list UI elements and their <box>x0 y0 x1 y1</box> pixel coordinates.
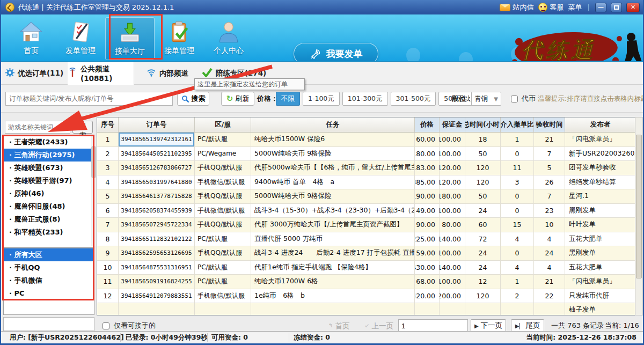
maximize-button[interactable] <box>611 3 622 12</box>
table-row[interactable]: 839418565112832102122PC/默认服直播代肝 5000 万纯币… <box>97 232 636 247</box>
table-row[interactable]: 439418565031997641880手机微信/默认服9400w纯币 首单 … <box>97 175 636 190</box>
tab-preferred-orders[interactable]: 优选订单(11) <box>1 62 68 85</box>
price-option-2[interactable]: 101-300元 <box>342 92 388 106</box>
first-page-button[interactable]: ↰首页 <box>328 319 349 332</box>
deposit <box>440 303 465 315</box>
total-records-text: 一共 763 条记录 <box>551 319 604 332</box>
price-option-0[interactable]: 不限 <box>276 92 300 106</box>
table-row[interactable]: 539418564613778715828手机QQ/默认服5000W纯哈夫币 9… <box>97 189 636 204</box>
total-hours <box>465 303 501 315</box>
column-header-publisher[interactable]: 发布者 <box>565 118 636 132</box>
minimize-button[interactable]: — <box>595 3 606 12</box>
column-header-order-id[interactable]: 订单号 <box>119 118 195 132</box>
last-page-button[interactable]: ▶▏尾页 <box>511 319 544 332</box>
server: 手机QQ/默认服 <box>195 218 251 232</box>
only-available-checkbox[interactable] <box>103 322 109 329</box>
menu-button[interactable]: 菜单 <box>568 3 582 12</box>
first-page-icon: ↰ <box>328 319 333 332</box>
nav-item-label: 首页 <box>24 46 39 56</box>
table-row[interactable]: 139418565139742312161PC/默认服纯哈夫币1500W 保险6… <box>97 133 636 147</box>
customer-service-button[interactable]: 客服 <box>538 3 564 12</box>
game-item-peace-elite[interactable]: 和平精英(233) <box>4 226 94 239</box>
task: 代肝1e纯币 指定手机端跑 【保险4格】 <box>251 261 415 275</box>
tab-label: 优选订单(11) <box>18 69 63 78</box>
game-item-clipped[interactable]: ⋯ <box>4 239 94 244</box>
smiley-icon <box>538 3 547 12</box>
server: 手机QQ/默认服 <box>195 161 251 175</box>
deposit: 100.00 <box>440 133 465 146</box>
region-item-pc[interactable]: PC <box>4 287 94 300</box>
column-header-price[interactable]: 价格 <box>415 118 440 132</box>
game-item-wow-retail[interactable]: 魔兽正式服(8) <box>4 213 94 226</box>
game-item-wow-classic[interactable]: 魔兽怀旧服(48) <box>4 200 94 213</box>
table-row[interactable]: 1039418564875531316951PC/默认服代肝1e纯币 指定手机端… <box>97 261 636 275</box>
intervene-ratio: 0 <box>501 204 534 218</box>
tab-internal-channel[interactable]: 内部频道 <box>134 62 201 85</box>
only-available-checkbox-row[interactable]: 仅看可接手的 <box>100 319 156 332</box>
column-header-server[interactable]: 区/服 <box>195 118 251 132</box>
price-option-1[interactable]: 1-100元 <box>303 92 340 106</box>
game-list-scrollbar[interactable] <box>91 136 96 246</box>
lantern-decoration <box>406 48 420 62</box>
game-item-honor-of-kings[interactable]: 王者荣耀(2433) <box>4 136 94 149</box>
customer-service-label: 客服 <box>550 3 564 12</box>
order-search-button[interactable]: 搜索 <box>177 92 209 106</box>
table-row[interactable]: 1239418564912079883551手机微信/默认服1e纯币 6格 b4… <box>97 289 636 304</box>
table-row[interactable]: 339418565126783866727手机QQ/默认服代肝5000w哈夫币【… <box>97 161 636 175</box>
next-page-button[interactable]: ▶下一页 <box>471 319 506 332</box>
column-header-task[interactable]: 任务 <box>251 118 415 132</box>
table-scroll-thumb[interactable] <box>636 135 642 278</box>
rank-dropdown[interactable]: 青铜 ▼ <box>471 92 501 106</box>
row-no: 2 <box>97 147 119 161</box>
token-checkbox-row[interactable]: 代币 <box>509 92 536 106</box>
table-row[interactable]: 239418564450521102395PC/Wegame5000W纯哈夫币 … <box>97 147 636 162</box>
region-item-mobile-wechat[interactable]: 手机微信 <box>4 274 94 287</box>
task: 代肝 3000万纯哈夫币【/上传首尾主页资产截图】 <box>251 218 415 232</box>
site-mail-button[interactable]: 站内信 <box>500 3 534 12</box>
region-item-mobile-qq[interactable]: 手机QQ <box>4 261 94 274</box>
status-available-funds: 可用资金: 0 <box>211 333 248 342</box>
accept-time: 4 <box>534 261 565 275</box>
order-search-input[interactable] <box>5 92 173 106</box>
nav-item-home[interactable]: 首页 <box>6 17 56 60</box>
game-search-input[interactable] <box>5 121 70 134</box>
column-header-deposit[interactable]: 保证金 <box>440 118 465 132</box>
page-number-input[interactable] <box>398 319 468 332</box>
next-page-label: 下一页 <box>481 321 503 331</box>
nav-item-dispatch-manage[interactable]: 发单管理 <box>56 17 105 60</box>
status-divider <box>207 333 208 342</box>
game-item-genshin[interactable]: 原神(46) <box>4 187 94 200</box>
column-header-row-no[interactable]: 序号 <box>97 118 119 132</box>
price-option-3[interactable]: 301-500元 <box>391 92 436 106</box>
envelope-icon <box>500 4 510 11</box>
home-icon <box>19 18 43 46</box>
game-list-scroll-thumb[interactable] <box>91 146 96 178</box>
game-item-lol-mobile[interactable]: 英雄联盟手游(97) <box>4 174 94 187</box>
column-header-total-hours[interactable]: 总时间(小时) <box>465 118 501 132</box>
column-header-accept-time[interactable]: 验收时间 <box>534 118 565 132</box>
table-scrollbar[interactable] <box>635 117 643 315</box>
close-button[interactable]: ✕ <box>626 3 640 12</box>
nav-item-profile[interactable]: 个人中心 <box>204 17 253 60</box>
table-row[interactable]: 1139418565091916824255PC/默认服纯哈夫币1700W 6格… <box>97 275 636 289</box>
game-search-button[interactable]: 搜索 <box>72 121 93 134</box>
prev-page-button[interactable]: ↙上一页 <box>365 319 393 332</box>
column-header-intervene-ratio[interactable]: 介入撤单比 <box>501 118 534 132</box>
region-item-all-regions[interactable]: 所有大区 <box>4 248 94 261</box>
nav-item-order-hall[interactable]: 接单大厅 <box>105 17 155 60</box>
token-checkbox[interactable] <box>511 96 518 102</box>
publish-order-button[interactable]: 我要发单 <box>294 43 378 62</box>
filterbar: 搜索 ↻ 刷新 价格： 不限1-100元101-300元301-500元500元… <box>1 85 643 113</box>
price: 183.00 <box>415 161 440 175</box>
total-hours: 72 <box>465 232 501 246</box>
table-row[interactable]: 639418562058374455939手机微信/默认服战斗3-4（15-30… <box>97 204 636 218</box>
refresh-button[interactable]: ↻ 刷新 <box>221 92 254 106</box>
table-row[interactable]: 739418565072945722334手机QQ/默认服代肝 3000万纯哈夫… <box>97 218 636 232</box>
tab-public-channel[interactable]: 公共频道(10881) <box>68 62 134 85</box>
table-row[interactable]: 939418562595653126695手机QQ/默认服战斗3-4 进度24 … <box>97 246 636 261</box>
accept-time: 10 <box>534 218 565 232</box>
game-item-league-of-legends[interactable]: 英雄联盟(673) <box>4 162 94 174</box>
game-item-delta-force[interactable]: 三角洲行动(2975) <box>4 149 94 162</box>
nav-item-order-manage[interactable]: 接单管理 <box>155 17 204 60</box>
table-row[interactable]: 柚子发单 <box>97 303 636 315</box>
